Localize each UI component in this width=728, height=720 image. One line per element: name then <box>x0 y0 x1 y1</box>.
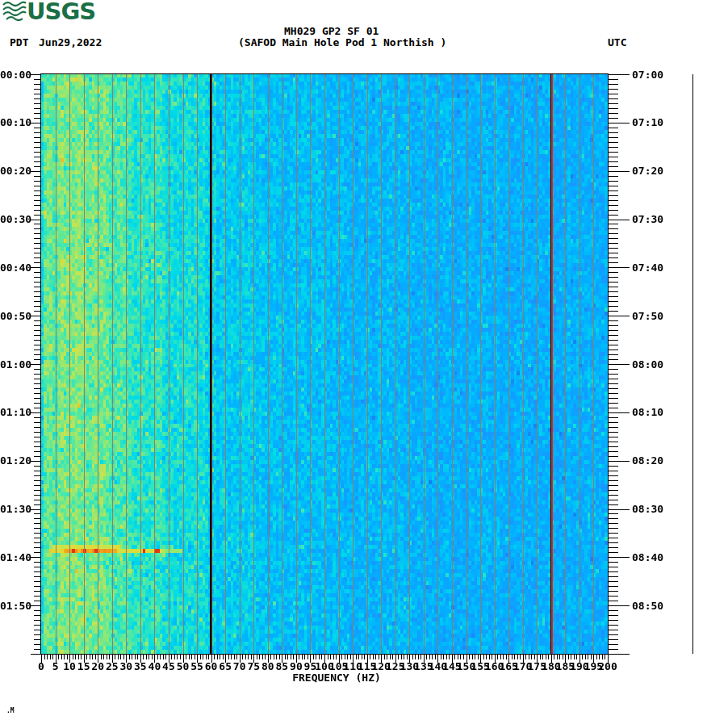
usgs-spectrogram-page: USGS PDT Jun29,2022 MH029 GP2 SF 01 (SAF… <box>0 0 728 720</box>
corner-note: .M <box>6 707 15 714</box>
scale-bar <box>692 74 693 654</box>
x-axis-title: FREQUENCY (HZ) <box>292 672 381 684</box>
spectrogram-canvas <box>0 0 728 720</box>
